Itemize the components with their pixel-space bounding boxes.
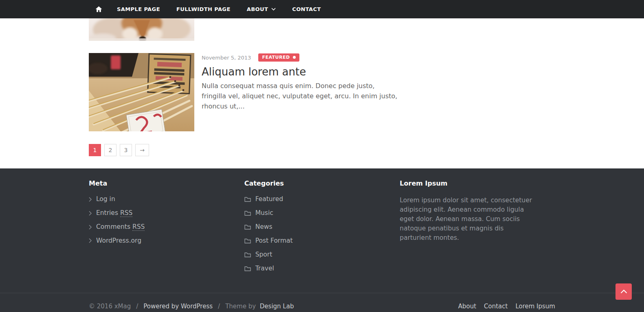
post-title: Aliquam lorem ante [202, 66, 398, 78]
category-label: Music [255, 210, 273, 217]
chevron-right-icon [89, 211, 92, 216]
pagination: 1 2 3 → [89, 144, 398, 156]
featured-badge[interactable]: FEATURED [258, 53, 299, 62]
footer-lorem-text: Lorem ipsum dolor sit amet, consectetuer… [400, 196, 536, 243]
footer-widget-meta: Meta Log in Entries RSS [89, 180, 244, 279]
footer-menu-about[interactable]: About [458, 303, 476, 310]
copyright-line: © 2016 xMag / Powered by WordPress / The… [89, 303, 294, 310]
category-label: Travel [255, 265, 274, 272]
list-item: Sport [244, 251, 380, 259]
post-thumbnail-fox[interactable] [89, 18, 194, 41]
category-link-travel[interactable]: Travel [244, 265, 274, 272]
footer-menu: About Contact Lorem Ipsum [458, 303, 555, 310]
list-item: Post Format [244, 237, 380, 245]
nav-item-about[interactable]: ABOUT [239, 0, 284, 18]
list-item: News [244, 223, 380, 231]
home-link[interactable] [89, 0, 109, 18]
meta-link-label: Entries [96, 210, 118, 217]
powered-by-link[interactable]: Powered by WordPress [143, 303, 213, 310]
post-excerpt: Nulla consequat massa quis enim. Donec p… [202, 81, 398, 111]
scroll-to-top-button[interactable] [615, 283, 632, 300]
meta-link-entries-rss[interactable]: Entries RSS [89, 210, 132, 217]
footer-widget-categories-title: Categories [244, 180, 380, 187]
footer-widget-meta-title: Meta [89, 180, 225, 187]
category-label: Post Format [255, 237, 293, 244]
category-link-sport[interactable]: Sport [244, 251, 273, 258]
theme-credit-prefix: Theme by [225, 303, 256, 310]
folder-icon [244, 238, 251, 243]
chevron-down-icon [271, 8, 276, 11]
arrow-up-icon [620, 290, 627, 294]
folder-icon [244, 266, 251, 271]
pagination-page-2[interactable]: 2 [104, 144, 116, 156]
featured-badge-label: FEATURED [262, 55, 290, 60]
post-list: November 5, 2013 FEATURED Aliquam lorem … [89, 18, 398, 156]
pagination-page-1-current[interactable]: 1 [89, 144, 101, 156]
home-icon [95, 6, 102, 12]
meta-link-log-in[interactable]: Log in [89, 196, 115, 203]
footer-widget-categories: Categories Featured Music [244, 180, 400, 279]
footer: Meta Log in Entries RSS [0, 168, 644, 312]
folder-icon [244, 197, 251, 202]
theme-credit: Theme by Design Lab [225, 303, 294, 310]
nav-item-sample-page[interactable]: SAMPLE PAGE [109, 0, 168, 18]
category-link-news[interactable]: News [244, 223, 273, 230]
category-link-post-format[interactable]: Post Format [244, 237, 293, 244]
chevron-right-icon [89, 238, 92, 243]
nav-inner: SAMPLE PAGE FULLWIDTH PAGE ABOUT CONTACT [89, 0, 555, 18]
nav-item-fullwidth-page[interactable]: FULLWIDTH PAGE [168, 0, 239, 18]
meta-link-abbr: RSS [132, 223, 145, 231]
meta-link-label: Log in [96, 196, 115, 203]
meta-link-label: Comments [96, 223, 130, 230]
post-title-link[interactable]: Aliquam lorem ante [202, 66, 306, 78]
footer-menu-lorem-ipsum[interactable]: Lorem Ipsum [515, 303, 555, 310]
category-label: Featured [255, 196, 283, 203]
theme-author-link[interactable]: Design Lab [260, 303, 294, 310]
nav-item-about-label: ABOUT [247, 6, 268, 12]
category-link-featured[interactable]: Featured [244, 196, 283, 203]
main-nav: SAMPLE PAGE FULLWIDTH PAGE ABOUT CONTACT [0, 0, 644, 18]
list-item: Travel [244, 265, 380, 272]
list-item: WordPress.org [89, 237, 225, 245]
chevron-right-icon [89, 225, 92, 230]
pagination-next-button[interactable]: → [135, 144, 149, 156]
list-item: Log in [89, 196, 225, 203]
list-item: Entries RSS [89, 210, 225, 217]
category-label: News [255, 223, 273, 230]
post-item-partial [89, 18, 398, 41]
footer-bottom-bar: © 2016 xMag / Powered by WordPress / The… [0, 293, 644, 312]
copyright-text: © 2016 xMag [89, 303, 131, 310]
footer-widget-lorem-ipsum-title: Lorem Ipsum [400, 180, 536, 187]
pagination-page-3[interactable]: 3 [120, 144, 132, 156]
featured-dot-icon [293, 56, 296, 59]
footer-menu-contact[interactable]: Contact [484, 303, 508, 310]
post-meta: November 5, 2013 FEATURED [202, 53, 398, 62]
list-item: Music [244, 210, 380, 217]
folder-icon [244, 224, 251, 230]
separator: / [218, 303, 220, 310]
chevron-right-icon [89, 197, 92, 202]
post-date: November 5, 2013 [202, 55, 251, 61]
meta-link-abbr: RSS [120, 210, 132, 217]
meta-link-label: WordPress.org [96, 237, 141, 244]
folder-icon [244, 210, 251, 216]
list-item: Comments RSS [89, 223, 225, 231]
nav-item-contact[interactable]: CONTACT [284, 0, 329, 18]
list-item: Featured [244, 196, 380, 203]
folder-icon [244, 252, 251, 257]
main-content: November 5, 2013 FEATURED Aliquam lorem … [0, 18, 644, 156]
post-thumbnail-rulers[interactable] [89, 53, 194, 131]
footer-widget-lorem-ipsum: Lorem Ipsum Lorem ipsum dolor sit amet, … [400, 180, 555, 279]
separator: / [136, 303, 138, 310]
category-link-music[interactable]: Music [244, 210, 273, 217]
post-item-featured: November 5, 2013 FEATURED Aliquam lorem … [89, 53, 398, 131]
footer-widgets: Meta Log in Entries RSS [89, 180, 555, 279]
meta-link-comments-rss[interactable]: Comments RSS [89, 223, 145, 231]
post-body: November 5, 2013 FEATURED Aliquam lorem … [202, 53, 398, 131]
category-label: Sport [255, 251, 273, 258]
meta-link-wordpress-org[interactable]: WordPress.org [89, 237, 141, 244]
